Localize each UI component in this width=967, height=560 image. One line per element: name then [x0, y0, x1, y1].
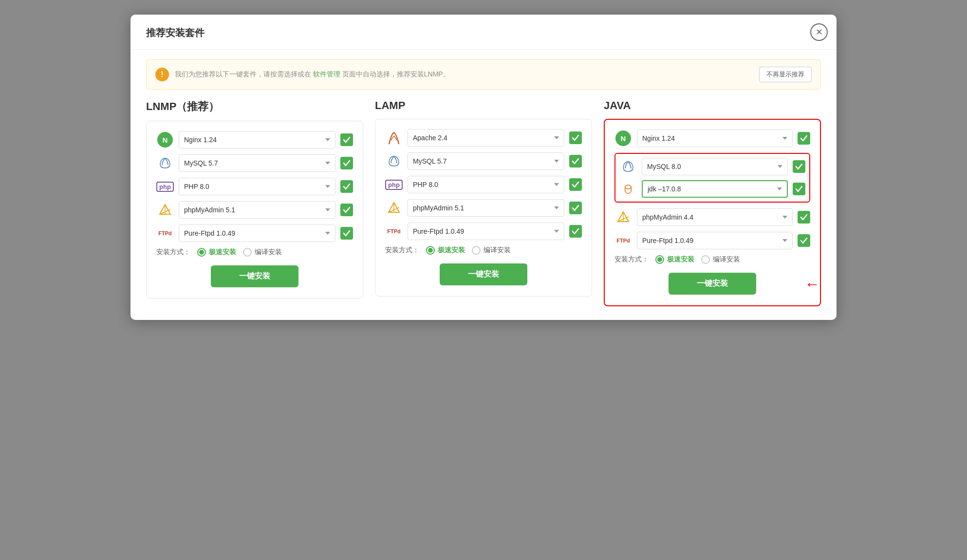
lnmp-php-check[interactable]	[340, 180, 353, 193]
lnmp-compile-radio-circle	[243, 248, 252, 257]
lamp-phpmyadmin-icon	[385, 199, 403, 217]
panel-lnmp: LNMP（推荐） N Nginx 1.24 MySQL 5.7 php PH	[146, 99, 363, 306]
lamp-fast-radio-circle	[426, 246, 435, 255]
java-nginx-icon: N	[614, 130, 632, 147]
java-title: JAVA	[604, 99, 821, 112]
lamp-mysql-select[interactable]: MySQL 5.7	[408, 152, 564, 170]
java-jdk-select[interactable]: jdk –17.0.8	[642, 180, 788, 198]
java-compile-radio[interactable]: 编译安装	[701, 255, 740, 264]
java-phpmyadmin-row: phpMyAdmin 4.4	[614, 208, 810, 226]
lamp-ftp-select[interactable]: Pure-Ftpd 1.0.49	[408, 223, 564, 240]
lamp-mysql-row: MySQL 5.7	[385, 152, 582, 170]
lamp-fast-label: 极速安装	[438, 246, 465, 255]
lamp-apache-check[interactable]	[569, 131, 582, 144]
java-ftp-check[interactable]	[798, 234, 810, 247]
java-nginx-select[interactable]: Nginx 1.24	[637, 130, 793, 147]
lamp-mysql-check[interactable]	[569, 155, 582, 168]
java-install-btn-wrapper: 一键安装 ←	[614, 273, 810, 295]
panel-java: JAVA N Nginx 1.24 MySQL 8.0	[604, 99, 821, 306]
java-nginx-row: N Nginx 1.24	[614, 130, 810, 147]
panels-row: LNMP（推荐） N Nginx 1.24 MySQL 5.7 php PH	[130, 99, 837, 320]
dismiss-button[interactable]: 不再显示推荐	[759, 67, 812, 82]
java-mysql-icon	[619, 158, 637, 175]
lamp-install-mode: 安装方式： 极速安装 编译安装	[385, 246, 582, 255]
lnmp-install-button[interactable]: 一键安装	[211, 265, 298, 287]
lamp-install-button[interactable]: 一键安装	[440, 263, 527, 285]
lamp-ftp-row: FTPd Pure-Ftpd 1.0.49	[385, 223, 582, 240]
lnmp-php-select[interactable]: PHP 8.0	[179, 178, 335, 195]
lnmp-mode-label: 安装方式：	[156, 248, 190, 257]
lnmp-nginx-select[interactable]: Nginx 1.24	[179, 131, 335, 149]
lnmp-card: N Nginx 1.24 MySQL 5.7 php PHP 8.0	[146, 121, 363, 299]
lamp-php-row: php PHP 8.0	[385, 176, 582, 193]
notice-text2: 页面中自动选择，推荐安装LNMP。	[340, 70, 450, 78]
lamp-compile-radio-circle	[472, 246, 481, 255]
java-ftp-select[interactable]: Pure-Ftpd 1.0.49	[637, 232, 793, 249]
lamp-php-check[interactable]	[569, 178, 582, 191]
java-mysql-check[interactable]	[793, 160, 805, 173]
notice-bar: ! 我们为您推荐以下一键套件，请按需选择或在 软件管理 页面中自动选择，推荐安装…	[146, 59, 821, 90]
java-fast-label: 极速安装	[667, 255, 694, 264]
lnmp-ftp-select[interactable]: Pure-Ftpd 1.0.49	[179, 224, 335, 242]
lnmp-ftp-check[interactable]	[340, 227, 353, 240]
dialog: 推荐安装套件 ✕ ! 我们为您推荐以下一键套件，请按需选择或在 软件管理 页面中…	[130, 15, 837, 320]
java-jdk-row: jdk –17.0.8	[619, 180, 805, 198]
nginx-icon: N	[156, 131, 174, 149]
lamp-phpmyadmin-row: phpMyAdmin 5.1	[385, 199, 582, 217]
lamp-apache-select[interactable]: Apache 2.4	[408, 129, 564, 147]
arrow-indicator: ←	[804, 275, 820, 293]
lamp-fast-radio[interactable]: 极速安装	[426, 246, 465, 255]
java-compile-radio-circle	[701, 255, 710, 264]
notice-link[interactable]: 软件管理	[313, 70, 340, 78]
lnmp-compile-label: 编译安装	[255, 248, 282, 257]
java-highlighted-group: MySQL 8.0 jdk –17.0.8	[614, 153, 810, 203]
panel-lamp: LAMP Apache 2.4 MySQ	[375, 99, 592, 306]
lamp-ftp-check[interactable]	[569, 225, 582, 238]
lnmp-compile-radio[interactable]: 编译安装	[243, 248, 282, 257]
lnmp-mysql-row: MySQL 5.7	[156, 154, 353, 172]
lnmp-nginx-check[interactable]	[340, 133, 353, 146]
lamp-phpmyadmin-select[interactable]: phpMyAdmin 5.1	[408, 199, 564, 217]
dialog-header: 推荐安装套件 ✕	[130, 15, 837, 50]
lamp-apache-row: Apache 2.4	[385, 129, 582, 147]
notice-text: 我们为您推荐以下一键套件，请按需选择或在 软件管理 页面中自动选择，推荐安装LN…	[175, 70, 753, 79]
lamp-php-icon: php	[385, 176, 403, 193]
java-install-button[interactable]: 一键安装	[669, 273, 756, 295]
java-jdk-check[interactable]	[793, 183, 805, 195]
java-ftp-row: FTPd Pure-Ftpd 1.0.49	[614, 232, 810, 249]
lnmp-mysql-select[interactable]: MySQL 5.7	[179, 154, 335, 172]
jdk-icon	[619, 180, 637, 198]
lnmp-phpmyadmin-select[interactable]: phpMyAdmin 5.1	[179, 201, 335, 219]
close-button[interactable]: ✕	[810, 23, 828, 41]
java-install-mode: 安装方式： 极速安装 编译安装	[614, 255, 810, 264]
java-mysql-row: MySQL 8.0	[619, 158, 805, 175]
lamp-php-select[interactable]: PHP 8.0	[408, 176, 564, 193]
lnmp-phpmyadmin-check[interactable]	[340, 204, 353, 216]
java-card: N Nginx 1.24 MySQL 8.0	[604, 119, 821, 306]
lamp-title: LAMP	[375, 99, 592, 112]
lamp-compile-radio[interactable]: 编译安装	[472, 246, 511, 255]
java-fast-radio-circle	[655, 255, 664, 264]
lnmp-fast-radio-circle	[197, 248, 206, 257]
lamp-compile-label: 编译安装	[484, 246, 511, 255]
lnmp-install-mode: 安装方式： 极速安装 编译安装	[156, 248, 353, 257]
lnmp-mysql-check[interactable]	[340, 157, 353, 169]
java-nginx-check[interactable]	[798, 132, 810, 145]
lnmp-title: LNMP（推荐）	[146, 99, 363, 114]
ftp-icon: FTPd	[156, 224, 174, 242]
lamp-phpmyadmin-check[interactable]	[569, 202, 582, 214]
java-phpmyadmin-select[interactable]: phpMyAdmin 4.4	[637, 208, 793, 226]
dialog-title: 推荐安装套件	[146, 27, 205, 38]
java-compile-label: 编译安装	[713, 255, 740, 264]
java-mode-label: 安装方式：	[614, 255, 649, 264]
java-phpmyadmin-check[interactable]	[798, 211, 810, 224]
mysql-icon	[156, 154, 174, 172]
lnmp-phpmyadmin-row: phpMyAdmin 5.1	[156, 201, 353, 219]
lamp-mode-label: 安装方式：	[385, 246, 419, 255]
java-fast-radio[interactable]: 极速安装	[655, 255, 694, 264]
php-icon: php	[156, 178, 174, 195]
apache-icon	[385, 129, 403, 147]
lamp-mysql-icon	[385, 152, 403, 170]
java-mysql-select[interactable]: MySQL 8.0	[642, 158, 788, 175]
lnmp-fast-radio[interactable]: 极速安装	[197, 248, 236, 257]
